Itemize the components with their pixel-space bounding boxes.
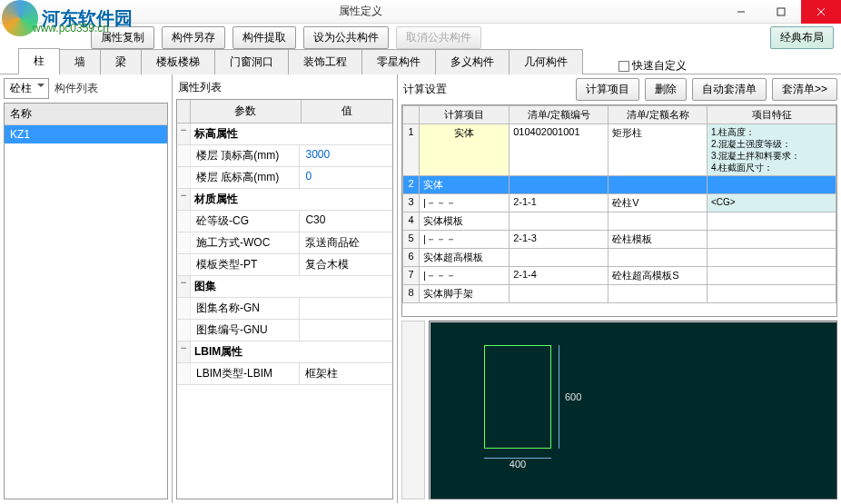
table-row[interactable]: 1实体010402001001矩形柱1.柱高度： 2.混凝土强度等级： 3.混凝…	[403, 124, 836, 176]
collapse-icon[interactable]: −	[177, 341, 191, 362]
property-row[interactable]: 砼等级-CGC30	[177, 211, 392, 232]
property-grid-header: 参数 值	[177, 100, 392, 124]
copy-attr-button[interactable]: 属性复制	[91, 26, 154, 49]
save-component-button[interactable]: 构件另存	[162, 26, 225, 49]
title-bar: 属性定义	[0, 0, 841, 24]
table-row[interactable]: 7|－－－2-1-4砼柱超高模板S	[403, 267, 836, 285]
collapse-icon[interactable]: −	[177, 276, 191, 297]
tab-0[interactable]: 柱	[18, 48, 60, 74]
list-header: 名称	[5, 104, 167, 125]
close-button[interactable]	[801, 0, 841, 24]
calc-title: 计算设置	[401, 82, 570, 97]
extract-component-button[interactable]: 构件提取	[233, 26, 296, 49]
tab-7[interactable]: 多义构件	[435, 49, 510, 74]
delete-button[interactable]: 删除	[645, 78, 687, 101]
quick-custom-label: 快速自定义	[632, 58, 687, 74]
minimize-button[interactable]	[721, 0, 761, 24]
tab-3[interactable]: 楼板楼梯	[141, 49, 215, 74]
tab-2[interactable]: 梁	[100, 49, 142, 74]
property-panel: 属性列表 参数 值 −标高属性楼层 顶标高(mm)3000楼层 底标高(mm)0…	[173, 74, 398, 503]
bill-button[interactable]: 套清单>>	[772, 78, 837, 101]
property-row[interactable]: LBIM类型-LBIM框架柱	[177, 363, 392, 385]
tab-1[interactable]: 墙	[59, 49, 101, 74]
property-group[interactable]: −材质属性	[177, 189, 392, 211]
property-row[interactable]: 图集编号-GNU	[177, 320, 392, 341]
column-header[interactable]: 清单/定额编号	[510, 106, 608, 124]
column-header[interactable]: 项目特征	[707, 106, 836, 124]
property-group[interactable]: −标高属性	[177, 124, 392, 145]
preview-canvas[interactable]: 400 600	[429, 321, 837, 499]
property-row[interactable]: 施工方式-WOC泵送商品砼	[177, 232, 392, 254]
preview-toolbar[interactable]	[401, 321, 425, 499]
tab-bar: 柱墙梁楼板楼梯门窗洞口装饰工程零星构件多义构件几何构件 快速自定义	[0, 51, 841, 74]
window-title: 属性定义	[0, 4, 721, 19]
property-row[interactable]: 模板类型-PT复合木模	[177, 254, 392, 276]
property-title: 属性列表	[176, 78, 393, 99]
list-item[interactable]: KZ1	[5, 125, 167, 143]
property-group[interactable]: −LBIM属性	[177, 341, 392, 363]
checkbox-icon	[618, 61, 629, 72]
maximize-button[interactable]	[761, 0, 801, 24]
quick-custom-checkbox[interactable]: 快速自定义	[618, 58, 687, 74]
toolbar: 属性复制 构件另存 构件提取 设为公共构件 取消公共构件 经典布局	[0, 24, 841, 51]
table-row[interactable]: 8实体脚手架	[403, 285, 836, 303]
property-row[interactable]: 楼层 底标高(mm)0	[177, 167, 392, 189]
property-row[interactable]: 图集名称-GN	[177, 298, 392, 320]
component-type-combo[interactable]: 砼柱	[4, 78, 49, 99]
dimension-width: 400	[484, 458, 551, 469]
table-row[interactable]: 6实体超高模板	[403, 249, 836, 267]
table-row[interactable]: 3|－－－2-1-1砼柱V<CG>	[403, 194, 836, 212]
auto-bill-button[interactable]: 自动套清单	[692, 78, 767, 101]
table-row[interactable]: 4实体模板	[403, 212, 836, 231]
right-panel: 计算设置 计算项目 删除 自动套清单 套清单>> 计算项目清单/定额编号清单/定…	[398, 74, 841, 503]
dimension-height: 600	[559, 345, 581, 449]
table-row[interactable]: 5|－－－2-1-3砼柱模板	[403, 231, 836, 249]
tab-6[interactable]: 零星构件	[361, 49, 436, 74]
table-row[interactable]: 2实体	[403, 176, 836, 194]
property-group[interactable]: −图集	[177, 276, 392, 298]
left-panel: 砼柱 构件列表 名称 KZ1	[0, 74, 173, 503]
set-public-button[interactable]: 设为公共构件	[303, 26, 389, 49]
tab-8[interactable]: 几何构件	[509, 49, 583, 74]
calc-grid[interactable]: 计算项目清单/定额编号清单/定额名称项目特征 1实体010402001001矩形…	[401, 104, 837, 317]
svg-rect-1	[777, 8, 785, 15]
section-rect	[484, 345, 551, 449]
collapse-icon[interactable]: −	[177, 189, 191, 210]
classic-layout-button[interactable]: 经典布局	[770, 26, 834, 49]
component-list-label: 构件列表	[54, 81, 98, 96]
tab-5[interactable]: 装饰工程	[288, 49, 362, 74]
collapse-icon[interactable]: −	[177, 124, 191, 144]
calc-item-button[interactable]: 计算项目	[576, 78, 639, 101]
property-grid[interactable]: 参数 值 −标高属性楼层 顶标高(mm)3000楼层 底标高(mm)0−材质属性…	[176, 99, 393, 499]
property-row[interactable]: 楼层 顶标高(mm)3000	[177, 145, 392, 167]
component-list[interactable]: 名称 KZ1	[4, 103, 168, 499]
tab-4[interactable]: 门窗洞口	[214, 49, 289, 74]
column-header[interactable]: 计算项目	[420, 106, 510, 124]
column-header[interactable]: 清单/定额名称	[608, 106, 707, 124]
column-header[interactable]	[403, 106, 420, 124]
cancel-public-button: 取消公共构件	[396, 26, 481, 49]
